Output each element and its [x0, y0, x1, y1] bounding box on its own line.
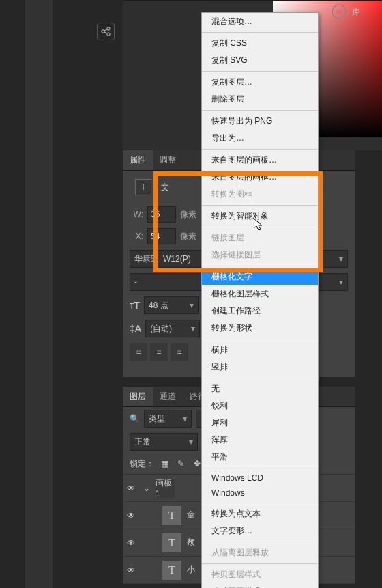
mi-windows-lcd[interactable]: Windows LCD [202, 471, 318, 486]
align-right-button[interactable]: ≡ [171, 343, 188, 361]
tab-layers[interactable]: 图层 [123, 387, 153, 406]
cc-logo-icon: ∞ [332, 4, 347, 19]
width-label: W: [130, 210, 143, 219]
visibility-icon[interactable]: 👁 [127, 565, 138, 575]
cursor-icon [254, 219, 265, 232]
visibility-icon[interactable]: 👁 [127, 538, 138, 548]
align-left-button[interactable]: ≡ [130, 343, 147, 361]
type-layer-thumb: T [162, 561, 181, 580]
mi-warp-text[interactable]: 文字变形… [202, 522, 318, 540]
type-desc: 文 [161, 182, 169, 193]
type-layer-icon: T [135, 179, 151, 195]
layer-name[interactable]: 颓 [187, 537, 195, 548]
library-label[interactable]: 库 [352, 7, 360, 18]
left-sidebar [0, 0, 53, 588]
align-center-button[interactable]: ≡ [150, 343, 168, 361]
x-input[interactable] [147, 228, 176, 244]
layer-name[interactable]: 童 [187, 509, 195, 521]
font-size-icon: тT [130, 300, 140, 311]
chevron-down-icon[interactable]: ⌄ [143, 484, 150, 493]
mi-frame-from-layers[interactable]: 来自图层的画框… [202, 169, 318, 186]
svg-point-1 [107, 27, 110, 30]
svg-point-0 [102, 30, 104, 33]
svg-point-2 [107, 33, 110, 36]
blend-mode-select[interactable]: 正常▾ [130, 433, 198, 451]
mi-aa-none[interactable]: 无 [202, 380, 318, 397]
svg-line-4 [104, 32, 107, 33]
x-unit: 像素 [180, 231, 196, 242]
mi-to-point-text[interactable]: 转换为点文本 [202, 505, 318, 522]
mi-horizontal[interactable]: 横排 [202, 341, 318, 359]
mi-aa-strong[interactable]: 浑厚 [202, 432, 318, 449]
visibility-icon[interactable]: 👁 [127, 484, 138, 493]
mi-create-work-path[interactable]: 创建工作路径 [202, 303, 318, 320]
tab-channels[interactable]: 通道 [153, 387, 183, 406]
mi-windows[interactable]: Windows [202, 486, 318, 501]
mi-export-as[interactable]: 导出为… [202, 130, 318, 147]
context-menu: 混合选项… 复制 CSS 复制 SVG 复制图层… 删除图层 快速导出为 PNG… [201, 12, 319, 588]
leading-icon: ‡A [130, 323, 141, 334]
leading-select[interactable]: (自动)▾ [145, 320, 200, 337]
mi-copy-svg[interactable]: 复制 SVG [202, 52, 318, 69]
mi-artboard-from-layers[interactable]: 来自图层的画板… [202, 152, 318, 169]
artboard-thumb: 画板 1 [156, 479, 175, 498]
layer-name[interactable]: 小 [187, 564, 195, 576]
mi-to-frame: 转换为图框 [202, 186, 318, 203]
share-button[interactable] [97, 23, 115, 40]
font-size-select[interactable]: 48 点▾ [144, 296, 199, 314]
type-layer-thumb: T [162, 533, 181, 552]
search-icon[interactable]: 🔍 [130, 414, 140, 423]
tab-adjustments[interactable]: 调整 [153, 150, 183, 170]
mi-quick-export[interactable]: 快速导出为 PNG [202, 113, 318, 130]
tab-properties[interactable]: 属性 [123, 150, 153, 170]
mi-select-linked: 选择链接图层 [202, 247, 318, 264]
mi-paste-layer-style[interactable]: 粘贴图层样式 [202, 583, 318, 588]
width-input[interactable] [147, 206, 176, 223]
mi-aa-sharp[interactable]: 锐利 [202, 397, 318, 415]
x-label: X: [130, 232, 143, 241]
type-layer-thumb: T [162, 506, 181, 525]
visibility-icon[interactable]: 👁 [127, 511, 138, 520]
lock-brush-icon[interactable]: ✎ [175, 458, 187, 470]
share-icon [100, 26, 111, 37]
filter-type-select[interactable]: 类型▾ [144, 410, 192, 428]
mi-aa-smooth[interactable]: 平滑 [202, 449, 318, 466]
lock-label: 锁定： [130, 458, 154, 470]
width-unit: 像素 [180, 209, 196, 221]
svg-text:∞: ∞ [336, 7, 342, 16]
mi-rasterize-type[interactable]: 栅格化文字 [202, 268, 318, 285]
mi-copy-layer-style: 拷贝图层样式 [202, 566, 318, 583]
svg-line-3 [104, 29, 107, 31]
mi-delete-layer[interactable]: 删除图层 [202, 91, 318, 108]
mi-copy-css[interactable]: 复制 CSS [202, 35, 318, 52]
mi-convert-to-shape[interactable]: 转换为形状 [202, 320, 318, 337]
lock-pixels-icon[interactable]: ▦ [158, 458, 171, 470]
dark-column [0, 0, 25, 588]
mi-duplicate-layer[interactable]: 复制图层… [202, 74, 318, 91]
mi-release-isolation: 从隔离图层释放 [202, 544, 318, 561]
mi-rasterize-style[interactable]: 栅格化图层样式 [202, 285, 318, 303]
mi-blend-options[interactable]: 混合选项… [202, 13, 318, 30]
mi-vertical[interactable]: 竖排 [202, 359, 318, 376]
mi-aa-crisp[interactable]: 犀利 [202, 415, 318, 432]
